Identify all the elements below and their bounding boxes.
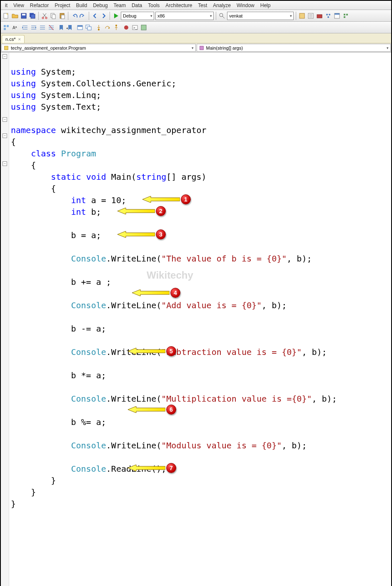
menu-help[interactable]: Help (258, 2, 273, 9)
svg-rect-28 (77, 25, 82, 27)
code-class: Console (71, 300, 106, 310)
platform-dropdown[interactable]: x86 (155, 12, 214, 20)
code-editor[interactable]: − − − − using System; using System.Colle… (1, 53, 391, 586)
fold-toggle-icon[interactable]: − (2, 161, 7, 166)
config-dropdown[interactable]: Debug (121, 12, 154, 20)
code-text: Main( (111, 172, 136, 182)
save-icon[interactable] (20, 12, 27, 20)
svg-rect-37 (5, 46, 8, 50)
step-out-icon[interactable] (112, 24, 120, 31)
object-browser-icon[interactable] (2, 24, 10, 31)
menu-build[interactable]: Build (74, 2, 90, 9)
start-page-icon[interactable] (333, 12, 341, 20)
code-class: Console (71, 440, 106, 450)
text-size-icon[interactable]: Aª (11, 24, 19, 31)
code-text: { (51, 184, 56, 194)
code-text: System.Text; (41, 102, 101, 112)
fold-toggle-icon[interactable]: − (2, 54, 7, 59)
code-keyword: int (71, 195, 86, 205)
callout-4: 4 (170, 288, 180, 298)
step-over-icon[interactable] (104, 24, 111, 31)
svg-rect-12 (300, 13, 305, 18)
code-string: "Multiplication value is ={0}" (161, 394, 312, 404)
search-box[interactable]: venkat (227, 12, 294, 20)
prev-bookmark-icon[interactable] (66, 24, 74, 31)
code-text (36, 67, 41, 77)
step-into-icon[interactable] (95, 24, 102, 31)
menu-project[interactable]: Project (52, 2, 72, 9)
menu-tools[interactable]: Tools (145, 2, 162, 9)
code-string: "Subtraction value is = {0}" (161, 347, 302, 357)
arrow-icon (128, 348, 165, 355)
bookmark-icon[interactable] (57, 24, 65, 31)
menu-test[interactable]: Test (195, 2, 210, 9)
fold-toggle-icon[interactable]: − (2, 133, 7, 138)
code-class: Console (71, 347, 106, 357)
fold-toggle-icon[interactable]: − (2, 117, 7, 122)
uncomment-icon[interactable] (47, 24, 55, 31)
paste-icon[interactable] (58, 12, 66, 20)
menu-data[interactable]: Data (129, 2, 145, 9)
code-keyword: int (71, 207, 86, 217)
callout-6: 6 (166, 405, 176, 415)
menu-debug[interactable]: Debug (90, 2, 110, 9)
svg-rect-24 (7, 25, 9, 27)
team-explorer-icon[interactable] (325, 12, 332, 20)
code-keyword: void (86, 172, 106, 182)
windows-icon[interactable] (85, 24, 92, 31)
menu-analyze[interactable]: Analyze (210, 2, 233, 9)
comment-icon[interactable] (39, 24, 46, 31)
immediate-icon[interactable]: >_ (131, 24, 139, 31)
breakpoint-icon[interactable] (122, 24, 130, 31)
indent-icon[interactable] (30, 24, 37, 31)
start-debug-icon[interactable] (112, 12, 120, 20)
menu-window[interactable]: Window (234, 2, 257, 9)
registers-icon[interactable] (140, 24, 147, 31)
fold-gutter: − − − − (1, 53, 9, 586)
toolbox-icon[interactable] (316, 12, 323, 20)
svg-point-17 (327, 16, 329, 18)
solution-explorer-icon[interactable] (298, 12, 306, 20)
code-text: [] args) (166, 172, 206, 182)
copy-icon[interactable] (50, 12, 57, 20)
code-area[interactable]: using System; using System.Collections.G… (9, 53, 391, 586)
find-icon[interactable] (218, 12, 226, 20)
outdent-icon[interactable] (21, 24, 29, 31)
class-selector[interactable]: techy_assignment_operator.Program (1, 44, 196, 52)
code-text: System (41, 67, 71, 77)
svg-point-15 (326, 14, 328, 15)
code-text (36, 78, 41, 88)
method-selector-label: Main(string[] args) (206, 45, 243, 50)
extensions-icon[interactable] (342, 12, 350, 20)
properties-icon[interactable] (307, 12, 315, 20)
svg-rect-14 (317, 15, 322, 18)
menu-edit[interactable]: it (2, 2, 10, 9)
menu-team[interactable]: Team (111, 2, 128, 9)
menu-view[interactable]: View (11, 2, 27, 9)
add-item-icon[interactable] (2, 12, 10, 20)
open-folder-icon[interactable] (11, 12, 19, 20)
menu-architecture[interactable]: Architecture (163, 2, 195, 9)
separator (296, 12, 296, 20)
method-selector[interactable]: Main(string[] args) (197, 44, 391, 52)
code-text (56, 125, 61, 135)
nav-forward-icon[interactable] (100, 12, 107, 20)
undo-icon[interactable] (70, 12, 78, 20)
code-text: } (51, 475, 56, 485)
redo-icon[interactable] (79, 12, 87, 20)
code-string: "The value of b is = {0}" (161, 254, 287, 264)
svg-rect-21 (346, 14, 348, 15)
window-icon[interactable] (76, 24, 84, 31)
code-text: .WriteLine( (106, 394, 161, 404)
menu-refactor[interactable]: Refactor (27, 2, 51, 9)
file-tab[interactable]: n.cs* × (2, 35, 25, 43)
close-tab-icon[interactable]: × (18, 37, 20, 42)
toolbar-main: Debug x86 venkat (1, 10, 391, 22)
nav-back-icon[interactable] (91, 12, 99, 20)
code-class: Console (71, 394, 106, 404)
code-text: wikitechy_assignment_operator (61, 125, 206, 135)
code-text: b -= a; (71, 324, 106, 334)
code-text: { (31, 160, 36, 170)
save-all-icon[interactable] (29, 12, 36, 20)
cut-icon[interactable] (41, 12, 48, 20)
